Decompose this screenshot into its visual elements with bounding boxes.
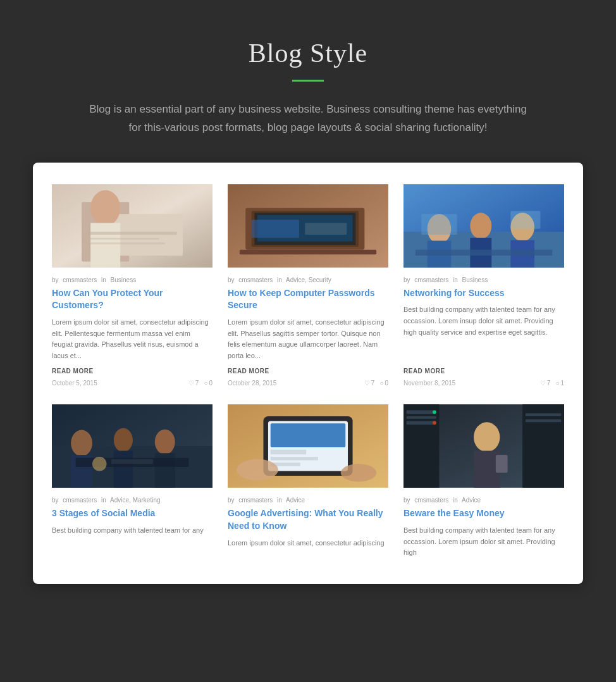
- svg-rect-4: [90, 223, 120, 268]
- author-name: cmsmasters: [63, 276, 97, 283]
- svg-rect-55: [526, 414, 561, 417]
- heart-icon: ♡: [364, 380, 370, 387]
- blog-card-image: [228, 402, 388, 490]
- post-excerpt: Best building company with talented team…: [52, 525, 213, 559]
- by-label: by: [228, 276, 235, 283]
- svg-point-52: [433, 411, 436, 414]
- svg-point-29: [71, 430, 92, 456]
- by-label: by: [403, 276, 410, 283]
- blog-date: October 28, 2015: [228, 380, 276, 387]
- blog-card-footer: October 28, 2015 ♡7 ○0: [228, 380, 388, 387]
- blog-card: by cmsmasters in Business Networking for…: [403, 182, 564, 387]
- post-category: Advice: [286, 497, 305, 504]
- svg-rect-54: [522, 404, 564, 488]
- svg-point-57: [474, 423, 500, 452]
- post-title[interactable]: How to Keep Computer Passwords Secure: [228, 287, 388, 312]
- svg-point-31: [114, 428, 133, 452]
- post-title[interactable]: Networking for Success: [403, 287, 564, 300]
- blog-card-image: [52, 182, 213, 270]
- author-name: cmsmasters: [238, 497, 273, 504]
- author-name: cmsmasters: [414, 276, 448, 283]
- comment-count: ○0: [379, 380, 388, 387]
- svg-rect-15: [305, 223, 347, 235]
- blog-stats: ♡7 ○0: [364, 380, 388, 387]
- blog-card: by cmsmasters in Advice Google Advertisi…: [228, 402, 388, 564]
- page-description: Blog is an essential part of any busines…: [87, 101, 529, 137]
- in-label: in: [277, 497, 282, 504]
- read-more-link[interactable]: READ MORE: [52, 368, 213, 375]
- blog-meta: by cmsmasters in Advice, Marketing: [52, 497, 213, 504]
- in-label: in: [453, 276, 458, 283]
- by-label: by: [52, 497, 59, 504]
- blog-card-image: [403, 402, 564, 490]
- svg-rect-41: [271, 424, 346, 448]
- post-category: Advice, Security: [286, 276, 331, 283]
- post-category: Advice, Marketing: [110, 497, 160, 504]
- svg-point-33: [155, 430, 175, 455]
- svg-rect-25: [421, 214, 457, 235]
- svg-point-3: [90, 190, 120, 225]
- post-excerpt: Lorem ipsum dolor sit amet, consectetur …: [228, 538, 388, 559]
- blog-meta: by cmsmasters in Business: [52, 276, 213, 283]
- blog-card-image: [403, 182, 564, 270]
- comment-count: ○0: [204, 380, 213, 387]
- in-label: in: [277, 276, 282, 283]
- blog-card: by cmsmasters in Advice Beware the Easy …: [403, 402, 564, 564]
- in-label: in: [101, 497, 106, 504]
- svg-rect-59: [496, 455, 508, 473]
- blog-stats: ♡7 ○0: [188, 380, 213, 387]
- blog-meta: by cmsmasters in Business: [403, 276, 564, 283]
- svg-rect-13: [240, 249, 376, 254]
- post-excerpt: Best building company with talented team…: [403, 525, 564, 559]
- post-title[interactable]: How Can You Protect Your Customers?: [52, 287, 213, 312]
- in-label: in: [101, 276, 106, 283]
- like-count: ♡7: [540, 380, 551, 387]
- author-name: cmsmasters: [414, 497, 448, 504]
- svg-point-36: [92, 457, 107, 471]
- in-label: in: [453, 497, 458, 504]
- post-title[interactable]: 3 Stages of Social Media: [52, 507, 213, 520]
- post-category: Advice: [462, 497, 481, 504]
- svg-rect-32: [114, 451, 133, 488]
- comment-icon: ○: [379, 380, 383, 387]
- post-excerpt: Lorem ipsum dolor sit amet, consectetur …: [228, 317, 388, 361]
- blog-card: by cmsmasters in Advice, Marketing 3 Sta…: [52, 402, 213, 564]
- svg-rect-43: [271, 457, 318, 461]
- by-label: by: [52, 276, 59, 283]
- blog-card-footer: November 8, 2015 ♡7 ○1: [403, 380, 564, 387]
- blog-card: by cmsmasters in Advice, Security How to…: [228, 182, 388, 387]
- svg-rect-37: [111, 459, 153, 464]
- blog-card-footer: October 5, 2015 ♡7 ○0: [52, 380, 213, 387]
- post-excerpt: Best building company with talented team…: [403, 304, 564, 361]
- svg-rect-26: [510, 211, 540, 228]
- svg-point-46: [341, 464, 376, 482]
- blog-card-image: [52, 402, 213, 490]
- comment-count: ○1: [555, 380, 564, 387]
- author-name: cmsmasters: [63, 497, 97, 504]
- svg-rect-56: [526, 419, 561, 423]
- like-count: ♡7: [188, 380, 199, 387]
- heart-icon: ♡: [540, 380, 546, 387]
- by-label: by: [228, 497, 235, 504]
- blog-card: by cmsmasters in Business How Can You Pr…: [52, 182, 213, 387]
- blog-meta: by cmsmasters in Advice: [228, 497, 388, 504]
- read-more-link[interactable]: READ MORE: [228, 368, 388, 375]
- read-more-link[interactable]: READ MORE: [403, 368, 564, 375]
- svg-point-20: [470, 213, 491, 239]
- svg-rect-14: [252, 220, 299, 237]
- svg-point-45: [237, 459, 278, 481]
- post-title[interactable]: Google Advertising: What You Really Need…: [228, 507, 388, 532]
- svg-rect-5: [87, 232, 176, 235]
- blog-container: by cmsmasters in Business How Can You Pr…: [33, 163, 583, 584]
- svg-rect-51: [407, 421, 436, 425]
- post-title[interactable]: Beware the Easy Money: [403, 507, 564, 520]
- post-excerpt: Lorem ipsum dolor sit amet, consectetur …: [52, 317, 213, 361]
- comment-icon: ○: [555, 380, 559, 387]
- comment-icon: ○: [204, 380, 207, 387]
- svg-rect-42: [271, 450, 306, 455]
- page-header: Blog Style Blog is an essential part of …: [87, 38, 529, 137]
- svg-rect-6: [87, 238, 159, 240]
- blog-meta: by cmsmasters in Advice, Security: [228, 276, 388, 283]
- blog-grid: by cmsmasters in Business How Can You Pr…: [52, 182, 564, 565]
- svg-rect-49: [407, 411, 436, 414]
